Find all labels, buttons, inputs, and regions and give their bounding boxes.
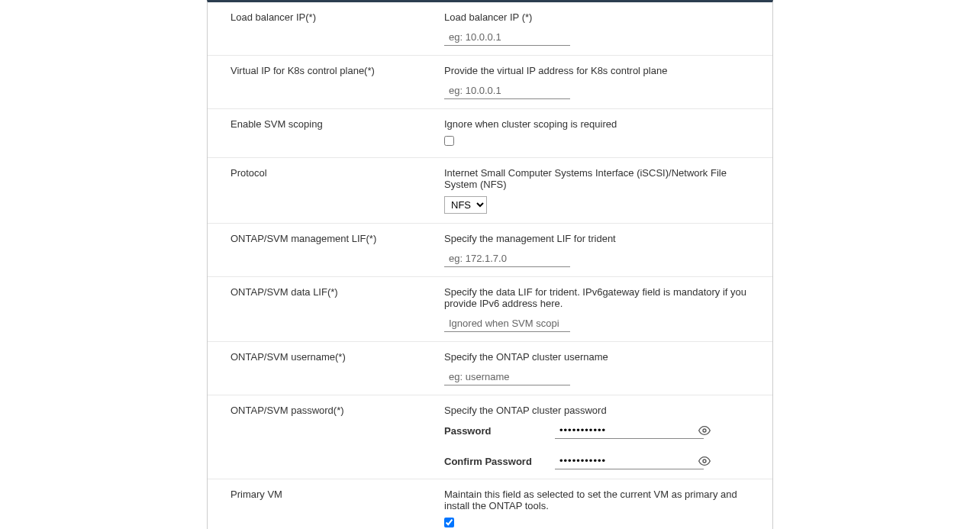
row-password: ONTAP/SVM password(*) Specify the ONTAP … <box>208 395 772 479</box>
form-container: Load balancer IP(*) Load balancer IP (*)… <box>207 0 773 529</box>
confirm-password-field-row: Confirm Password <box>444 453 750 469</box>
label-virtual-ip: Virtual IP for K8s control plane(*) <box>230 65 444 76</box>
label-protocol: Protocol <box>230 167 444 179</box>
desc-username: Specify the ONTAP cluster username <box>444 351 750 363</box>
desc-load-balancer: Load balancer IP (*) <box>444 11 750 23</box>
row-protocol: Protocol Internet Small Computer Systems… <box>208 158 772 224</box>
row-mgmt-lif: ONTAP/SVM management LIF(*) Specify the … <box>208 224 772 277</box>
input-load-balancer[interactable] <box>444 29 570 46</box>
label-data-lif: ONTAP/SVM data LIF(*) <box>230 286 444 298</box>
password-sublabel: Password <box>444 425 543 437</box>
row-primary-vm: Primary VM Maintain this field as select… <box>208 479 772 529</box>
checkbox-svm-scoping[interactable] <box>444 136 454 146</box>
label-username: ONTAP/SVM username(*) <box>230 351 444 363</box>
desc-data-lif: Specify the data LIF for trident. IPv6ga… <box>444 286 750 309</box>
input-virtual-ip[interactable] <box>444 82 570 99</box>
desc-protocol: Internet Small Computer Systems Interfac… <box>444 167 750 190</box>
input-confirm-password[interactable] <box>555 453 692 469</box>
label-load-balancer: Load balancer IP(*) <box>230 11 444 23</box>
eye-icon[interactable] <box>698 424 711 437</box>
select-protocol[interactable]: NFS <box>444 196 487 214</box>
password-field-row: Password <box>444 422 750 439</box>
confirm-password-sublabel: Confirm Password <box>444 456 543 467</box>
row-load-balancer: Load balancer IP(*) Load balancer IP (*) <box>208 2 772 56</box>
label-password: ONTAP/SVM password(*) <box>230 405 444 416</box>
row-virtual-ip: Virtual IP for K8s control plane(*) Prov… <box>208 56 772 109</box>
desc-primary-vm: Maintain this field as selected to set t… <box>444 489 750 511</box>
svg-point-0 <box>703 429 706 432</box>
label-primary-vm: Primary VM <box>230 489 444 500</box>
row-data-lif: ONTAP/SVM data LIF(*) Specify the data L… <box>208 277 772 342</box>
desc-virtual-ip: Provide the virtual IP address for K8s c… <box>444 65 750 76</box>
row-username: ONTAP/SVM username(*) Specify the ONTAP … <box>208 342 772 395</box>
label-mgmt-lif: ONTAP/SVM management LIF(*) <box>230 233 444 244</box>
desc-password: Specify the ONTAP cluster password <box>444 405 750 416</box>
svg-point-1 <box>703 460 706 463</box>
input-username[interactable] <box>444 369 570 385</box>
desc-svm-scoping: Ignore when cluster scoping is required <box>444 118 750 130</box>
eye-icon[interactable] <box>698 455 711 467</box>
input-data-lif[interactable] <box>444 315 570 332</box>
label-svm-scoping: Enable SVM scoping <box>230 118 444 130</box>
input-password[interactable] <box>555 422 692 438</box>
input-mgmt-lif[interactable] <box>444 250 570 267</box>
desc-mgmt-lif: Specify the management LIF for trident <box>444 233 750 244</box>
row-svm-scoping: Enable SVM scoping Ignore when cluster s… <box>208 109 772 158</box>
checkbox-primary-vm[interactable] <box>444 518 454 527</box>
